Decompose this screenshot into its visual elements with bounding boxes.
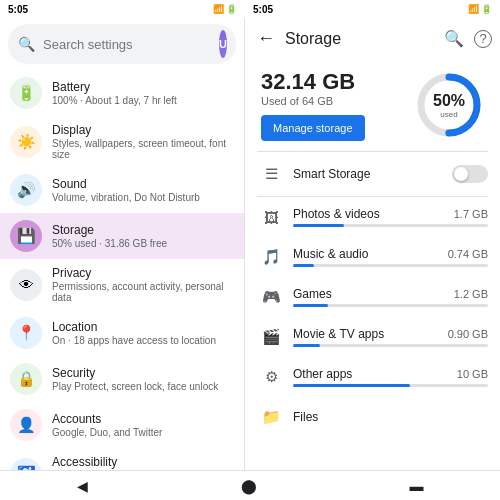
accessibility-icon: ♿ (10, 458, 42, 471)
files-content: Files (293, 410, 488, 424)
music-bar-bg (293, 264, 488, 267)
sidebar-item-sound[interactable]: 🔊 Sound Volume, vibration, Do Not Distur… (0, 167, 244, 213)
storage-info: 32.14 GB Used of 64 GB Manage storage (261, 69, 365, 141)
storage-detail-panel: ← Storage 🔍 ? 32.14 GB Used of 64 GB Man… (245, 18, 500, 470)
games-bar-fill (293, 304, 328, 307)
location-icon: 📍 (10, 317, 42, 349)
right-status-icons: 📶🔋 (468, 4, 492, 14)
sidebar-item-accounts[interactable]: 👤 Accounts Google, Duo, and Twitter (0, 402, 244, 448)
donut-center: 50% used (433, 92, 465, 119)
storage-row-games[interactable]: 🎮 Games 1.2 GB (245, 277, 500, 317)
battery-icon: 🔋 (10, 77, 42, 109)
movies-bar-bg (293, 344, 488, 347)
photos-bar-bg (293, 224, 488, 227)
games-size: 1.2 GB (454, 288, 488, 300)
sidebar-item-battery[interactable]: 🔋 Battery 100% · About 1 day, 7 hr left (0, 70, 244, 116)
movies-size: 0.90 GB (448, 328, 488, 340)
home-nav-button[interactable]: ⬤ (225, 476, 273, 496)
avatar[interactable]: U (219, 30, 227, 58)
photos-name: Photos & videos (293, 207, 380, 221)
right-time: 5:05 (253, 4, 273, 15)
files-icon: 📁 (257, 403, 285, 431)
storage-row-otherapps[interactable]: ⚙ Other apps 10 GB (245, 357, 500, 397)
music-name: Music & audio (293, 247, 368, 261)
photos-size: 1.7 GB (454, 208, 488, 220)
music-bar-fill (293, 264, 314, 267)
storage-row-music[interactable]: 🎵 Music & audio 0.74 GB (245, 237, 500, 277)
sidebar-item-storage[interactable]: 💾 Storage 50% used · 31.86 GB free (0, 213, 244, 259)
music-content: Music & audio 0.74 GB (293, 247, 488, 267)
photos-content: Photos & videos 1.7 GB (293, 207, 488, 227)
help-button[interactable]: ? (474, 30, 492, 48)
otherapps-bar-fill (293, 384, 410, 387)
bottom-nav: ◀ ⬤ ▬ (0, 470, 500, 500)
otherapps-icon: ⚙ (257, 363, 285, 391)
movies-icon: 🎬 (257, 323, 285, 351)
security-icon: 🔒 (10, 363, 42, 395)
search-input[interactable] (43, 37, 211, 52)
storage-row-photos[interactable]: 🖼 Photos & videos 1.7 GB (245, 197, 500, 237)
files-name: Files (293, 410, 318, 424)
otherapps-content: Other apps 10 GB (293, 367, 488, 387)
storage-donut-chart: 50% used (414, 70, 484, 140)
sidebar-item-privacy[interactable]: 👁 Privacy Permissions, account activity,… (0, 259, 244, 310)
otherapps-name: Other apps (293, 367, 352, 381)
page-title: Storage (285, 30, 434, 48)
storage-summary: 32.14 GB Used of 64 GB Manage storage 50… (245, 59, 500, 151)
privacy-icon: 👁 (10, 269, 42, 301)
games-bar-bg (293, 304, 488, 307)
settings-list: 🔋 Battery 100% · About 1 day, 7 hr left … (0, 70, 244, 470)
movies-name: Movie & TV apps (293, 327, 384, 341)
percent-value: 50% (433, 92, 465, 110)
left-status-icons: 📶🔋 (213, 4, 237, 14)
display-icon: ☀️ (10, 126, 42, 158)
sound-icon: 🔊 (10, 174, 42, 206)
smart-storage-toggle[interactable] (452, 165, 488, 183)
sidebar-item-display[interactable]: ☀️ Display Styles, wallpapers, screen ti… (0, 116, 244, 167)
left-time: 5:05 (8, 4, 28, 15)
percent-label: used (433, 110, 465, 119)
otherapps-bar-bg (293, 384, 488, 387)
music-size: 0.74 GB (448, 248, 488, 260)
storage-row-files[interactable]: 📁 Files (245, 397, 500, 437)
search-icon: 🔍 (18, 36, 35, 52)
sidebar-item-location[interactable]: 📍 Location On · 18 apps have access to l… (0, 310, 244, 356)
smart-storage-icon: ☰ (257, 160, 285, 188)
music-icon: 🎵 (257, 243, 285, 271)
storage-icon: 💾 (10, 220, 42, 252)
storage-row-movies[interactable]: 🎬 Movie & TV apps 0.90 GB (245, 317, 500, 357)
back-nav-button[interactable]: ◀ (61, 476, 104, 496)
battery-text: Battery 100% · About 1 day, 7 hr left (52, 80, 177, 106)
sidebar-item-security[interactable]: 🔒 Security Play Protect, screen lock, fa… (0, 356, 244, 402)
back-button[interactable]: ← (253, 24, 279, 53)
settings-list-panel: 🔍 U 🔋 Battery 100% · About 1 day, 7 hr l… (0, 18, 245, 470)
search-bar[interactable]: 🔍 U (8, 24, 236, 64)
games-content: Games 1.2 GB (293, 287, 488, 307)
toggle-knob (454, 167, 468, 181)
smart-storage-row[interactable]: ☰ Smart Storage (245, 152, 500, 196)
recents-nav-button[interactable]: ▬ (394, 476, 440, 496)
games-icon: 🎮 (257, 283, 285, 311)
storage-items-list: 🖼 Photos & videos 1.7 GB 🎵 Music & au (245, 197, 500, 470)
sidebar-item-accessibility[interactable]: ♿ Accessibility Screen readers, display,… (0, 448, 244, 470)
accounts-icon: 👤 (10, 409, 42, 441)
used-gb: 32.14 GB (261, 69, 365, 95)
manage-storage-button[interactable]: Manage storage (261, 115, 365, 141)
photos-icon: 🖼 (257, 203, 285, 231)
storage-header: ← Storage 🔍 ? (245, 18, 500, 59)
used-of: Used of 64 GB (261, 95, 365, 107)
photos-bar-fill (293, 224, 344, 227)
search-button[interactable]: 🔍 (440, 25, 468, 52)
otherapps-size: 10 GB (457, 368, 488, 380)
movies-content: Movie & TV apps 0.90 GB (293, 327, 488, 347)
smart-storage-name: Smart Storage (293, 167, 444, 181)
games-name: Games (293, 287, 332, 301)
movies-bar-fill (293, 344, 320, 347)
